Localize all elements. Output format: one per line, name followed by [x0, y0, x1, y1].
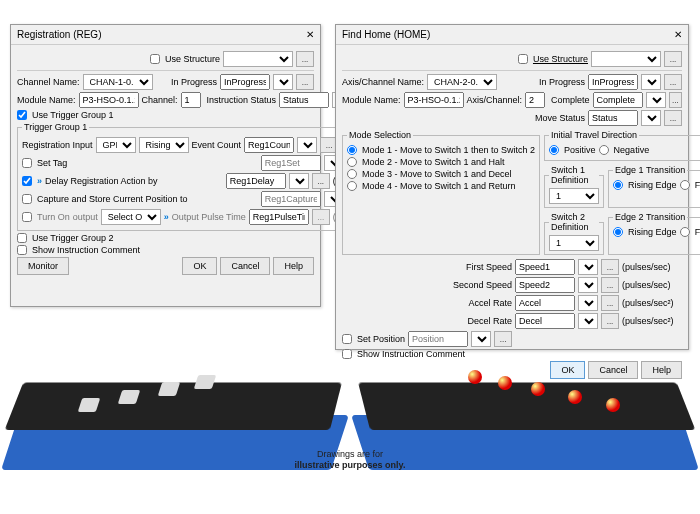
- inprogress-field[interactable]: [220, 74, 270, 90]
- cancel-button[interactable]: Cancel: [588, 361, 638, 379]
- instr-status-field[interactable]: [279, 92, 329, 108]
- opt-more[interactable]: ...: [312, 209, 330, 225]
- setpos-unit[interactable]: [471, 331, 491, 347]
- use-structure-select[interactable]: [591, 51, 661, 67]
- monitor-button[interactable]: Monitor: [17, 257, 69, 275]
- capture-field[interactable]: [261, 191, 321, 207]
- module-name-field[interactable]: [404, 92, 464, 108]
- complete-more[interactable]: ...: [669, 92, 682, 108]
- movestatus-unit[interactable]: [641, 110, 661, 126]
- reginput-select[interactable]: GPIn3: [96, 137, 136, 153]
- show-cmt-label: Show Instruction Comment: [357, 349, 465, 359]
- structure-more-button[interactable]: ...: [664, 51, 682, 67]
- use-structure-label: Use Structure: [533, 54, 588, 64]
- capture-check[interactable]: [22, 194, 32, 204]
- sw2-select[interactable]: 1: [549, 235, 599, 251]
- registration-dialog: Registration (REG) ✕ Use Structure ... C…: [10, 24, 321, 307]
- evtcount-unit[interactable]: [297, 137, 317, 153]
- use-tg2-check[interactable]: [17, 233, 27, 243]
- module-name-field[interactable]: [79, 92, 139, 108]
- close-icon[interactable]: ✕: [674, 29, 682, 40]
- inprogress-more[interactable]: ...: [664, 74, 682, 90]
- decel-field[interactable]: [515, 313, 575, 329]
- delay-unit[interactable]: [289, 173, 309, 189]
- instr-status-label: Instruction Status: [207, 95, 277, 105]
- use-structure-label: Use Structure: [165, 54, 220, 64]
- inprogress-field[interactable]: [588, 74, 638, 90]
- ok-button[interactable]: OK: [550, 361, 585, 379]
- accel-more[interactable]: ...: [601, 295, 619, 311]
- complete-unit[interactable]: [646, 92, 666, 108]
- secondspeed-unit[interactable]: [578, 277, 598, 293]
- reginput-label: Registration Input: [22, 140, 93, 150]
- settag-field[interactable]: [261, 155, 321, 171]
- pps1: (pulses/sec): [622, 262, 682, 272]
- help-button[interactable]: Help: [641, 361, 682, 379]
- positive-radio[interactable]: [549, 145, 559, 155]
- delay-check[interactable]: [22, 176, 32, 186]
- sw1-select[interactable]: 1: [549, 188, 599, 204]
- help-button[interactable]: Help: [273, 257, 314, 275]
- arrows-icon-2: »: [164, 212, 169, 222]
- setpos-field[interactable]: [408, 331, 468, 347]
- opt-field[interactable]: [249, 209, 309, 225]
- complete-field[interactable]: [593, 92, 643, 108]
- output-select[interactable]: Select Output: [101, 209, 161, 225]
- inprogress-unit[interactable]: [641, 74, 661, 90]
- e2-rising-radio[interactable]: [613, 227, 623, 237]
- ppss1: (pulses/sec²): [622, 298, 682, 308]
- cancel-button[interactable]: Cancel: [220, 257, 270, 275]
- inprogress-more[interactable]: ...: [296, 74, 314, 90]
- axis-name-label: Axis/Channel Name:: [342, 77, 424, 87]
- negative-radio[interactable]: [599, 145, 609, 155]
- dialog-title: Find Home (HOME): [342, 29, 430, 40]
- axis-field[interactable]: [525, 92, 545, 108]
- setpos-check[interactable]: [342, 334, 352, 344]
- setpos-more[interactable]: ...: [494, 331, 512, 347]
- decel-unit[interactable]: [578, 313, 598, 329]
- firstspeed-unit[interactable]: [578, 259, 598, 275]
- accel-field[interactable]: [515, 295, 575, 311]
- close-icon[interactable]: ✕: [306, 29, 314, 40]
- use-tg1-check[interactable]: [17, 110, 27, 120]
- movestatus-more[interactable]: ...: [664, 110, 682, 126]
- inprogress-label: In Progress: [539, 77, 585, 87]
- secondspeed-label: Second Speed: [453, 280, 512, 290]
- mode4-radio[interactable]: [347, 181, 357, 191]
- turnon-check[interactable]: [22, 212, 32, 222]
- channel-name-select[interactable]: CHAN-1-0.1.1: [83, 74, 153, 90]
- e2-falling-radio[interactable]: [680, 227, 690, 237]
- use-structure-select[interactable]: [223, 51, 293, 67]
- mode1-radio[interactable]: [347, 145, 357, 155]
- mode2-radio[interactable]: [347, 157, 357, 167]
- decel-more[interactable]: ...: [601, 313, 619, 329]
- settag-check[interactable]: [22, 158, 32, 168]
- decel-label: Decel Rate: [467, 316, 512, 326]
- structure-more-button[interactable]: ...: [296, 51, 314, 67]
- titlebar: Registration (REG) ✕: [11, 25, 320, 45]
- e1-rising-radio[interactable]: [613, 180, 623, 190]
- edge-select[interactable]: Rising Edge: [139, 137, 189, 153]
- use-structure-check[interactable]: [150, 54, 160, 64]
- show-cmt-check[interactable]: [17, 245, 27, 255]
- firstspeed-more[interactable]: ...: [601, 259, 619, 275]
- positive-label: Positive: [564, 145, 596, 155]
- firstspeed-field[interactable]: [515, 259, 575, 275]
- secondspeed-more[interactable]: ...: [601, 277, 619, 293]
- axis-name-select[interactable]: CHAN-2-0.1.2: [427, 74, 497, 90]
- use-structure-check[interactable]: [518, 54, 528, 64]
- delay-more[interactable]: ...: [312, 173, 330, 189]
- delay-field[interactable]: [226, 173, 286, 189]
- mode3-radio[interactable]: [347, 169, 357, 179]
- movestatus-field[interactable]: [588, 110, 638, 126]
- ok-button[interactable]: OK: [182, 257, 217, 275]
- e2-falling-label: Falling Edge: [695, 227, 700, 237]
- channel-field[interactable]: [181, 92, 201, 108]
- e1-falling-radio[interactable]: [680, 180, 690, 190]
- inprogress-unit[interactable]: [273, 74, 293, 90]
- trigger-group-1: Trigger Group 1 Registration Input GPIn3…: [17, 122, 370, 231]
- accel-unit[interactable]: [578, 295, 598, 311]
- show-cmt-check[interactable]: [342, 349, 352, 359]
- evtcount-field[interactable]: [244, 137, 294, 153]
- secondspeed-field[interactable]: [515, 277, 575, 293]
